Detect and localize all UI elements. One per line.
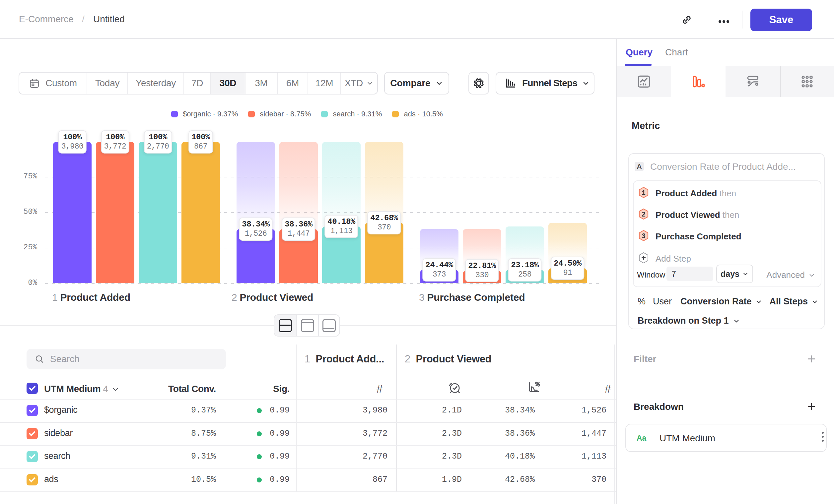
svg-text:2: 2: [642, 210, 645, 218]
svg-text:3: 3: [642, 232, 645, 239]
svg-text:1: 1: [642, 189, 645, 196]
